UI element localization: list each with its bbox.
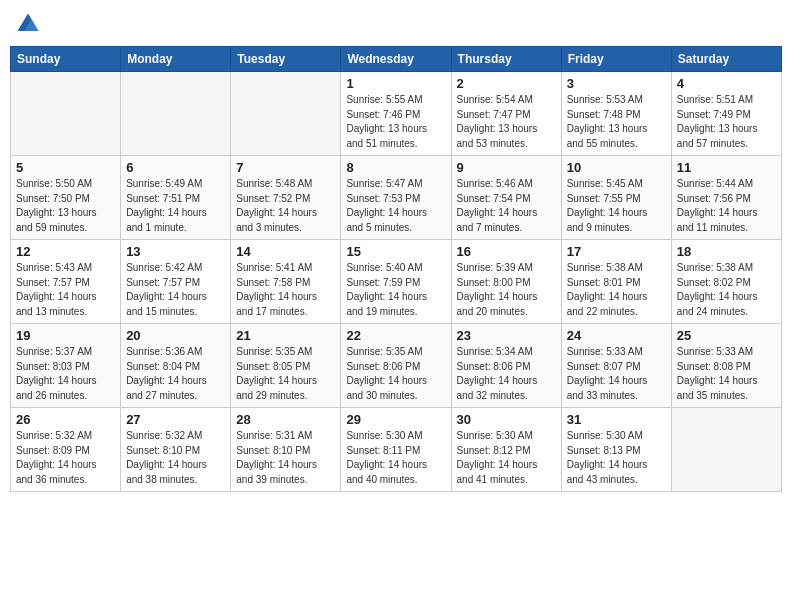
day-number: 18 [677, 244, 776, 259]
day-number: 8 [346, 160, 445, 175]
day-cell: 22Sunrise: 5:35 AM Sunset: 8:06 PM Dayli… [341, 324, 451, 408]
day-number: 30 [457, 412, 556, 427]
day-info: Sunrise: 5:37 AM Sunset: 8:03 PM Dayligh… [16, 345, 115, 403]
page-header [10, 10, 782, 38]
day-number: 12 [16, 244, 115, 259]
day-number: 20 [126, 328, 225, 343]
week-row-5: 26Sunrise: 5:32 AM Sunset: 8:09 PM Dayli… [11, 408, 782, 492]
day-cell: 25Sunrise: 5:33 AM Sunset: 8:08 PM Dayli… [671, 324, 781, 408]
weekday-header-friday: Friday [561, 47, 671, 72]
day-cell: 20Sunrise: 5:36 AM Sunset: 8:04 PM Dayli… [121, 324, 231, 408]
weekday-header-tuesday: Tuesday [231, 47, 341, 72]
day-cell: 31Sunrise: 5:30 AM Sunset: 8:13 PM Dayli… [561, 408, 671, 492]
day-cell: 18Sunrise: 5:38 AM Sunset: 8:02 PM Dayli… [671, 240, 781, 324]
day-cell: 13Sunrise: 5:42 AM Sunset: 7:57 PM Dayli… [121, 240, 231, 324]
day-info: Sunrise: 5:35 AM Sunset: 8:05 PM Dayligh… [236, 345, 335, 403]
day-cell: 15Sunrise: 5:40 AM Sunset: 7:59 PM Dayli… [341, 240, 451, 324]
day-cell: 14Sunrise: 5:41 AM Sunset: 7:58 PM Dayli… [231, 240, 341, 324]
day-number: 3 [567, 76, 666, 91]
day-number: 25 [677, 328, 776, 343]
day-number: 19 [16, 328, 115, 343]
day-number: 31 [567, 412, 666, 427]
day-cell: 30Sunrise: 5:30 AM Sunset: 8:12 PM Dayli… [451, 408, 561, 492]
day-info: Sunrise: 5:38 AM Sunset: 8:01 PM Dayligh… [567, 261, 666, 319]
day-info: Sunrise: 5:34 AM Sunset: 8:06 PM Dayligh… [457, 345, 556, 403]
day-cell: 8Sunrise: 5:47 AM Sunset: 7:53 PM Daylig… [341, 156, 451, 240]
day-info: Sunrise: 5:30 AM Sunset: 8:12 PM Dayligh… [457, 429, 556, 487]
day-number: 13 [126, 244, 225, 259]
day-info: Sunrise: 5:44 AM Sunset: 7:56 PM Dayligh… [677, 177, 776, 235]
day-cell: 5Sunrise: 5:50 AM Sunset: 7:50 PM Daylig… [11, 156, 121, 240]
day-info: Sunrise: 5:32 AM Sunset: 8:09 PM Dayligh… [16, 429, 115, 487]
day-info: Sunrise: 5:43 AM Sunset: 7:57 PM Dayligh… [16, 261, 115, 319]
day-cell: 19Sunrise: 5:37 AM Sunset: 8:03 PM Dayli… [11, 324, 121, 408]
day-info: Sunrise: 5:35 AM Sunset: 8:06 PM Dayligh… [346, 345, 445, 403]
day-info: Sunrise: 5:46 AM Sunset: 7:54 PM Dayligh… [457, 177, 556, 235]
day-cell: 3Sunrise: 5:53 AM Sunset: 7:48 PM Daylig… [561, 72, 671, 156]
day-info: Sunrise: 5:45 AM Sunset: 7:55 PM Dayligh… [567, 177, 666, 235]
weekday-header-thursday: Thursday [451, 47, 561, 72]
day-number: 15 [346, 244, 445, 259]
day-cell [671, 408, 781, 492]
day-info: Sunrise: 5:33 AM Sunset: 8:08 PM Dayligh… [677, 345, 776, 403]
day-number: 21 [236, 328, 335, 343]
day-number: 4 [677, 76, 776, 91]
day-info: Sunrise: 5:54 AM Sunset: 7:47 PM Dayligh… [457, 93, 556, 151]
day-cell: 1Sunrise: 5:55 AM Sunset: 7:46 PM Daylig… [341, 72, 451, 156]
day-number: 5 [16, 160, 115, 175]
day-info: Sunrise: 5:39 AM Sunset: 8:00 PM Dayligh… [457, 261, 556, 319]
day-cell: 4Sunrise: 5:51 AM Sunset: 7:49 PM Daylig… [671, 72, 781, 156]
day-info: Sunrise: 5:42 AM Sunset: 7:57 PM Dayligh… [126, 261, 225, 319]
day-cell: 10Sunrise: 5:45 AM Sunset: 7:55 PM Dayli… [561, 156, 671, 240]
day-info: Sunrise: 5:48 AM Sunset: 7:52 PM Dayligh… [236, 177, 335, 235]
day-info: Sunrise: 5:51 AM Sunset: 7:49 PM Dayligh… [677, 93, 776, 151]
day-info: Sunrise: 5:40 AM Sunset: 7:59 PM Dayligh… [346, 261, 445, 319]
day-info: Sunrise: 5:31 AM Sunset: 8:10 PM Dayligh… [236, 429, 335, 487]
calendar-table: SundayMondayTuesdayWednesdayThursdayFrid… [10, 46, 782, 492]
weekday-header-monday: Monday [121, 47, 231, 72]
day-cell [11, 72, 121, 156]
logo [14, 10, 46, 38]
day-number: 29 [346, 412, 445, 427]
day-info: Sunrise: 5:30 AM Sunset: 8:13 PM Dayligh… [567, 429, 666, 487]
day-info: Sunrise: 5:49 AM Sunset: 7:51 PM Dayligh… [126, 177, 225, 235]
day-cell: 17Sunrise: 5:38 AM Sunset: 8:01 PM Dayli… [561, 240, 671, 324]
day-number: 24 [567, 328, 666, 343]
day-number: 27 [126, 412, 225, 427]
logo-icon [14, 10, 42, 38]
day-number: 7 [236, 160, 335, 175]
day-cell [231, 72, 341, 156]
day-number: 28 [236, 412, 335, 427]
day-info: Sunrise: 5:32 AM Sunset: 8:10 PM Dayligh… [126, 429, 225, 487]
day-info: Sunrise: 5:41 AM Sunset: 7:58 PM Dayligh… [236, 261, 335, 319]
day-cell: 9Sunrise: 5:46 AM Sunset: 7:54 PM Daylig… [451, 156, 561, 240]
day-number: 6 [126, 160, 225, 175]
day-cell: 28Sunrise: 5:31 AM Sunset: 8:10 PM Dayli… [231, 408, 341, 492]
week-row-2: 5Sunrise: 5:50 AM Sunset: 7:50 PM Daylig… [11, 156, 782, 240]
weekday-header-saturday: Saturday [671, 47, 781, 72]
day-info: Sunrise: 5:53 AM Sunset: 7:48 PM Dayligh… [567, 93, 666, 151]
day-info: Sunrise: 5:33 AM Sunset: 8:07 PM Dayligh… [567, 345, 666, 403]
day-cell: 27Sunrise: 5:32 AM Sunset: 8:10 PM Dayli… [121, 408, 231, 492]
week-row-4: 19Sunrise: 5:37 AM Sunset: 8:03 PM Dayli… [11, 324, 782, 408]
week-row-1: 1Sunrise: 5:55 AM Sunset: 7:46 PM Daylig… [11, 72, 782, 156]
day-number: 1 [346, 76, 445, 91]
day-number: 23 [457, 328, 556, 343]
day-cell: 23Sunrise: 5:34 AM Sunset: 8:06 PM Dayli… [451, 324, 561, 408]
day-info: Sunrise: 5:36 AM Sunset: 8:04 PM Dayligh… [126, 345, 225, 403]
week-row-3: 12Sunrise: 5:43 AM Sunset: 7:57 PM Dayli… [11, 240, 782, 324]
day-number: 26 [16, 412, 115, 427]
day-number: 9 [457, 160, 556, 175]
day-cell: 7Sunrise: 5:48 AM Sunset: 7:52 PM Daylig… [231, 156, 341, 240]
day-cell: 29Sunrise: 5:30 AM Sunset: 8:11 PM Dayli… [341, 408, 451, 492]
day-info: Sunrise: 5:38 AM Sunset: 8:02 PM Dayligh… [677, 261, 776, 319]
day-number: 2 [457, 76, 556, 91]
day-number: 17 [567, 244, 666, 259]
weekday-header-sunday: Sunday [11, 47, 121, 72]
day-cell [121, 72, 231, 156]
day-cell: 2Sunrise: 5:54 AM Sunset: 7:47 PM Daylig… [451, 72, 561, 156]
day-number: 10 [567, 160, 666, 175]
day-number: 11 [677, 160, 776, 175]
day-cell: 24Sunrise: 5:33 AM Sunset: 8:07 PM Dayli… [561, 324, 671, 408]
day-info: Sunrise: 5:47 AM Sunset: 7:53 PM Dayligh… [346, 177, 445, 235]
